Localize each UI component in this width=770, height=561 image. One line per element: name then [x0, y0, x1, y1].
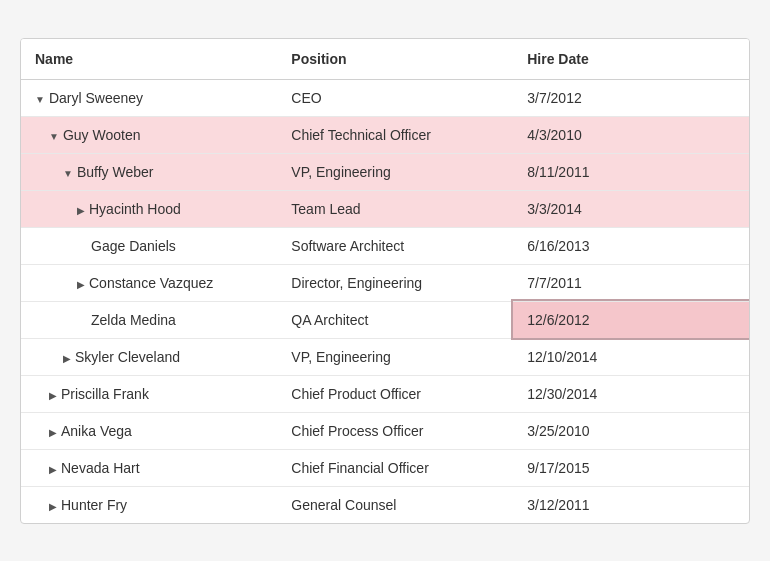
- cell-hiredate: 6/16/2013: [513, 227, 749, 264]
- table-header-row: Name Position Hire Date: [21, 39, 749, 80]
- tree-toggle-icon[interactable]: ▶: [49, 390, 57, 401]
- name-text: Anika Vega: [61, 423, 132, 439]
- cell-position: Software Architect: [277, 227, 513, 264]
- table-row[interactable]: ▼Guy WootenChief Technical Officer4/3/20…: [21, 116, 749, 153]
- cell-hiredate: 3/7/2012: [513, 79, 749, 116]
- cell-hiredate: 9/17/2015: [513, 449, 749, 486]
- cell-hiredate: 12/10/2014: [513, 338, 749, 375]
- tree-toggle-icon[interactable]: ▶: [77, 205, 85, 216]
- tree-toggle-icon[interactable]: ▼: [35, 94, 45, 105]
- cell-hiredate: 3/25/2010: [513, 412, 749, 449]
- name-text: Skyler Cleveland: [75, 349, 180, 365]
- name-text: Constance Vazquez: [89, 275, 213, 291]
- table-row[interactable]: ▶Hunter FryGeneral Counsel3/12/2011: [21, 486, 749, 523]
- cell-position: Director, Engineering: [277, 264, 513, 301]
- tree-toggle-icon[interactable]: ▶: [49, 501, 57, 512]
- tree-toggle-icon[interactable]: ▼: [49, 131, 59, 142]
- cell-hiredate: 7/7/2011: [513, 264, 749, 301]
- cell-position: VP, Engineering: [277, 153, 513, 190]
- cell-name: Zelda Medina: [21, 301, 277, 338]
- name-text: Gage Daniels: [91, 238, 176, 254]
- table-row[interactable]: ▶Anika VegaChief Process Officer3/25/201…: [21, 412, 749, 449]
- cell-position: QA Architect: [277, 301, 513, 338]
- table-row[interactable]: ▼Buffy WeberVP, Engineering8/11/2011: [21, 153, 749, 190]
- cell-position: Team Lead: [277, 190, 513, 227]
- column-header-name: Name: [21, 39, 277, 80]
- table-row[interactable]: ▶Skyler ClevelandVP, Engineering12/10/20…: [21, 338, 749, 375]
- cell-name: ▼Guy Wooten: [21, 116, 277, 153]
- cell-hiredate: 3/12/2011: [513, 486, 749, 523]
- name-text: Nevada Hart: [61, 460, 140, 476]
- name-text: Priscilla Frank: [61, 386, 149, 402]
- cell-position: Chief Financial Officer: [277, 449, 513, 486]
- table-row[interactable]: ▶Hyacinth HoodTeam Lead3/3/2014: [21, 190, 749, 227]
- cell-position: General Counsel: [277, 486, 513, 523]
- cell-position: Chief Process Officer: [277, 412, 513, 449]
- tree-toggle-icon[interactable]: ▶: [49, 427, 57, 438]
- cell-hiredate: 3/3/2014: [513, 190, 749, 227]
- cell-name: ▶Constance Vazquez: [21, 264, 277, 301]
- cell-name: ▶Anika Vega: [21, 412, 277, 449]
- cell-name: ▼Daryl Sweeney: [21, 79, 277, 116]
- cell-name: ▶Nevada Hart: [21, 449, 277, 486]
- cell-name: ▼Buffy Weber: [21, 153, 277, 190]
- name-text: Zelda Medina: [91, 312, 176, 328]
- column-header-hiredate: Hire Date: [513, 39, 749, 80]
- cell-name: ▶Hyacinth Hood: [21, 190, 277, 227]
- name-text: Hunter Fry: [61, 497, 127, 513]
- cell-hiredate: 12/6/2012: [513, 301, 749, 338]
- cell-hiredate: 8/11/2011: [513, 153, 749, 190]
- name-text: Daryl Sweeney: [49, 90, 143, 106]
- table-row[interactable]: Gage DanielsSoftware Architect6/16/2013: [21, 227, 749, 264]
- cell-name: ▶Hunter Fry: [21, 486, 277, 523]
- cell-name: ▶Priscilla Frank: [21, 375, 277, 412]
- cell-name: Gage Daniels: [21, 227, 277, 264]
- column-header-position: Position: [277, 39, 513, 80]
- name-text: Buffy Weber: [77, 164, 154, 180]
- tree-toggle-icon[interactable]: ▼: [63, 168, 73, 179]
- org-table: Name Position Hire Date ▼Daryl SweeneyCE…: [20, 38, 750, 524]
- cell-hiredate: 4/3/2010: [513, 116, 749, 153]
- tree-toggle-icon[interactable]: ▶: [77, 279, 85, 290]
- tree-toggle-icon[interactable]: ▶: [49, 464, 57, 475]
- name-text: Hyacinth Hood: [89, 201, 181, 217]
- cell-position: Chief Product Officer: [277, 375, 513, 412]
- cell-position: Chief Technical Officer: [277, 116, 513, 153]
- cell-position: CEO: [277, 79, 513, 116]
- table-row[interactable]: ▼Daryl SweeneyCEO3/7/2012: [21, 79, 749, 116]
- table-row[interactable]: ▶Priscilla FrankChief Product Officer12/…: [21, 375, 749, 412]
- table-row[interactable]: ▶Nevada HartChief Financial Officer9/17/…: [21, 449, 749, 486]
- cell-hiredate: 12/30/2014: [513, 375, 749, 412]
- name-text: Guy Wooten: [63, 127, 141, 143]
- table-row[interactable]: ▶Constance VazquezDirector, Engineering7…: [21, 264, 749, 301]
- table-row[interactable]: Zelda MedinaQA Architect12/6/2012: [21, 301, 749, 338]
- tree-toggle-icon[interactable]: ▶: [63, 353, 71, 364]
- cell-name: ▶Skyler Cleveland: [21, 338, 277, 375]
- cell-position: VP, Engineering: [277, 338, 513, 375]
